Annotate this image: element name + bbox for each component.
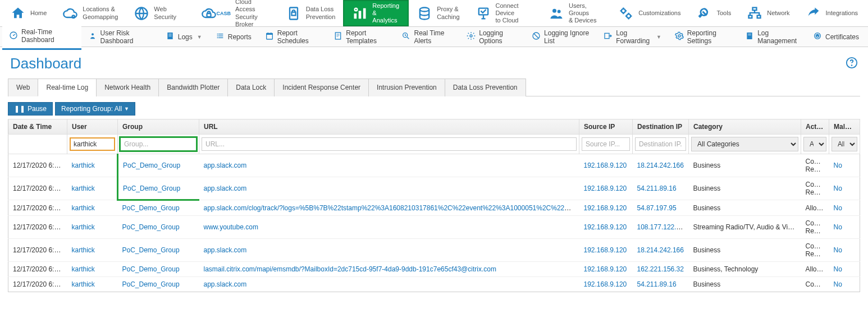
cell-dstip[interactable]: 18.214.242.166: [633, 239, 689, 262]
tab-real-time-log[interactable]: Real-time Log: [38, 79, 97, 96]
cell-malware[interactable]: No: [829, 277, 860, 292]
cell-malware[interactable]: No: [829, 200, 860, 216]
filter-srcip-input[interactable]: [582, 137, 630, 151]
cell-url[interactable]: app.slack.com: [199, 277, 579, 292]
cell-dstip[interactable]: 54.87.197.95: [633, 200, 689, 216]
help-icon[interactable]: [846, 57, 858, 71]
cell-group[interactable]: PoC_Demo_Group: [118, 277, 199, 292]
pause-button[interactable]: ❚❚ Pause: [8, 102, 53, 116]
reporting-group-dropdown[interactable]: Reporting Group: All ▼: [55, 102, 135, 116]
subnav-report-schedules[interactable]: Report Schedules: [258, 25, 327, 49]
topnav-integrations[interactable]: Integrations: [798, 0, 866, 26]
subnav-real-time-dashboard[interactable]: Real-Time Dashboard: [2, 24, 81, 50]
cell-group[interactable]: PoC_Demo_Group: [118, 154, 199, 177]
cell-group[interactable]: PoC_Demo_Group: [118, 216, 199, 239]
tab-intrusion-prevention[interactable]: Intrusion Prevention: [368, 79, 445, 96]
cell-user[interactable]: karthick: [67, 177, 118, 200]
subnav-user-risk-dashboard[interactable]: User Risk Dashboard: [81, 25, 159, 49]
cell-group[interactable]: PoC_Demo_Group: [118, 239, 199, 262]
cell-malware[interactable]: No: [829, 262, 860, 277]
filter-group-input[interactable]: [120, 137, 197, 151]
cell-group[interactable]: PoC_Demo_Group: [118, 262, 199, 277]
cell-user[interactable]: karthick: [67, 154, 118, 177]
tab-data-lock[interactable]: Data Lock: [227, 79, 275, 96]
cell-dstip[interactable]: 54.211.89.16: [633, 177, 689, 200]
cell-user[interactable]: karthick: [67, 277, 118, 292]
cell-malware[interactable]: No: [829, 177, 860, 200]
cell-malware[interactable]: No: [829, 239, 860, 262]
subnav-report-templates[interactable]: Report Templates: [327, 25, 395, 49]
cell-group[interactable]: PoC_Demo_Group: [118, 177, 199, 200]
subnav-log-management[interactable]: Log Management: [738, 25, 806, 49]
cell-dstip[interactable]: 54.211.89.16: [633, 277, 689, 292]
cell-dstip[interactable]: 108.177.122.136: [633, 216, 689, 239]
topnav-connect[interactable]: Connect Deviceto Cloud: [468, 0, 541, 26]
topnav-network[interactable]: Network: [739, 0, 797, 26]
topnav-users,[interactable]: Users, Groups& Devices: [541, 0, 610, 26]
cell-url[interactable]: lasmail.citrix.com/mapi/emsmdb/?MailboxI…: [199, 262, 579, 277]
cell-dstip[interactable]: 18.214.242.166: [633, 154, 689, 177]
cell-malware[interactable]: No: [829, 154, 860, 177]
cell-datetime: 12/17/2020 6:39 PM: [8, 200, 67, 216]
topnav-locations[interactable]: Locations &Geomapping: [54, 0, 126, 26]
col-source-ip[interactable]: Source IP: [579, 119, 633, 135]
cell-url[interactable]: app.slack.com/clog/track/?logs=%5B%7B%22…: [199, 200, 579, 216]
cell-srcip[interactable]: 192.168.9.120: [579, 239, 633, 262]
cell-user[interactable]: karthick: [67, 200, 118, 216]
cell-dstip[interactable]: 162.221.156.32: [633, 262, 689, 277]
tab-bandwidth-plotter[interactable]: Bandwidth Plotter: [158, 79, 228, 96]
tab-web[interactable]: Web: [8, 79, 38, 96]
col-action[interactable]: Action: [801, 119, 829, 135]
topnav-customizations[interactable]: Customizations: [610, 0, 688, 26]
tab-incident-response-center[interactable]: Incident Response Center: [274, 79, 369, 96]
cell-user[interactable]: karthick: [67, 216, 118, 239]
topnav-home[interactable]: Home: [2, 0, 54, 26]
filter-action-select[interactable]: All: [803, 137, 826, 151]
col-malware[interactable]: Malware: [829, 119, 860, 135]
tab-data-loss-prevention[interactable]: Data Loss Prevention: [445, 79, 526, 96]
cell-url[interactable]: app.slack.com: [199, 154, 579, 177]
cell-srcip[interactable]: 192.168.9.120: [579, 262, 633, 277]
col-user[interactable]: User: [67, 119, 118, 135]
cell-group[interactable]: PoC_Demo_Group: [118, 200, 199, 216]
cell-srcip[interactable]: 192.168.9.120: [579, 154, 633, 177]
col-group[interactable]: Group: [118, 119, 199, 135]
cell-srcip[interactable]: 192.168.9.120: [579, 216, 633, 239]
svg-rect-30: [218, 38, 223, 38]
col-date-time[interactable]: Date & Time: [8, 119, 67, 135]
topnav-web[interactable]: Web Security: [126, 0, 193, 26]
cell-srcip[interactable]: 192.168.9.120: [579, 177, 633, 200]
page-title: Dashboard: [10, 55, 81, 72]
filter-url-input[interactable]: [202, 137, 577, 151]
cell-malware[interactable]: No: [829, 216, 860, 239]
topnav-data[interactable]: Data LossPrevention: [278, 0, 344, 26]
tab-network-health[interactable]: Network Health: [96, 79, 159, 96]
subnav-logs[interactable]: Logs▼: [159, 27, 209, 47]
cell-url[interactable]: www.youtube.com: [199, 216, 579, 239]
filter-user-input[interactable]: [70, 137, 115, 151]
cell-srcip[interactable]: 192.168.9.120: [579, 277, 633, 292]
topnav-reporting[interactable]: Reporting &Analytics: [343, 0, 409, 26]
filter-dstip-input[interactable]: [635, 137, 686, 151]
topnav-cloud[interactable]: CASBCloud AccessSecurity Broker: [193, 0, 278, 26]
subnav-real-time-alerts[interactable]: Real Time Alerts: [395, 25, 460, 49]
filter-malware-select[interactable]: All: [832, 137, 857, 151]
cell-user[interactable]: karthick: [67, 262, 118, 277]
subnav-logging-options[interactable]: Logging Options: [460, 25, 525, 49]
subnav-reporting-settings[interactable]: Reporting Settings: [668, 25, 738, 49]
subnav-log-forwarding[interactable]: Log Forwarding▼: [597, 25, 668, 49]
subnav-logging-ignore-list[interactable]: Logging Ignore List: [525, 25, 597, 49]
filter-category-select[interactable]: All Categories: [691, 137, 798, 151]
cell-url[interactable]: app.slack.com: [199, 177, 579, 200]
subnav-certificates[interactable]: Certificates: [806, 27, 866, 47]
subnav-reports[interactable]: Reports: [209, 27, 258, 47]
col-url[interactable]: URL: [199, 119, 579, 135]
cell-url[interactable]: app.slack.com: [199, 239, 579, 262]
topnav-tools[interactable]: Tools: [689, 0, 739, 26]
col-destination-ip[interactable]: Destination IP: [633, 119, 689, 135]
col-category[interactable]: Category: [689, 119, 801, 135]
svg-point-20: [92, 33, 94, 35]
topnav-proxy[interactable]: Proxy &Caching: [409, 0, 467, 26]
cell-srcip[interactable]: 192.168.9.120: [579, 200, 633, 216]
cell-user[interactable]: karthick: [67, 239, 118, 262]
